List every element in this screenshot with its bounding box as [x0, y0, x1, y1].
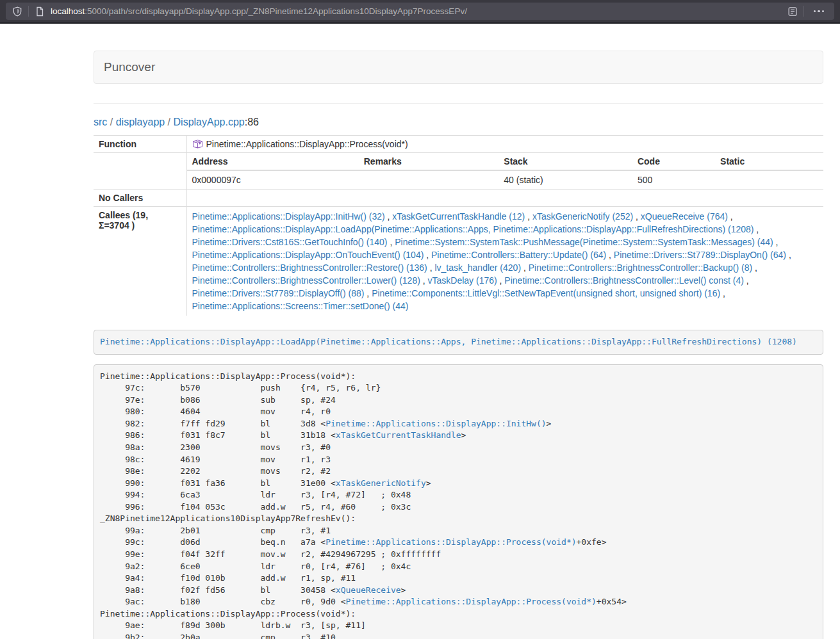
package-cube-icon — [192, 139, 202, 149]
breadcrumb-link[interactable]: src — [94, 117, 107, 127]
callees-list: Pinetime::Applications::DisplayApp::Init… — [186, 207, 823, 316]
col-header-remarks: Remarks — [359, 153, 499, 170]
disassembly-symbol-link[interactable]: Pinetime::Applications::DisplayApp::Proc… — [346, 597, 597, 606]
static-value — [715, 170, 823, 189]
callee-link[interactable]: Pinetime::Drivers::St7789::DisplayOn() (… — [614, 250, 786, 260]
callee-separator: , — [427, 263, 435, 273]
callee-link[interactable]: lv_task_handler (420) — [434, 263, 521, 273]
callee-link[interactable]: xQueueReceive (764) — [641, 211, 728, 222]
callee-link[interactable]: Pinetime::Controllers::BrightnessControl… — [529, 263, 752, 273]
callee-separator: , — [728, 211, 733, 222]
disassembly-symbol-link[interactable]: Pinetime::Applications::DisplayApp::Proc… — [325, 537, 576, 547]
breadcrumb-separator: / — [107, 117, 115, 127]
callee-link[interactable]: Pinetime::Controllers::BrightnessControl… — [504, 275, 743, 286]
address-value: 0x0000097c — [187, 170, 359, 189]
url-path: :5000/path/src/displayapp/DisplayApp.cpp… — [85, 6, 467, 16]
col-header-address: Address — [187, 153, 359, 170]
app-title[interactable]: Puncover — [104, 60, 155, 74]
remarks-value — [359, 170, 499, 189]
callee-link[interactable]: Pinetime::Applications::Screens::Timer::… — [192, 301, 409, 311]
callee-separator: , — [420, 275, 428, 286]
more-icon[interactable] — [810, 10, 828, 13]
col-header-static: Static — [715, 153, 823, 170]
callee-link[interactable]: Pinetime::Controllers::BrightnessControl… — [192, 263, 427, 273]
navbar: Puncover — [94, 51, 823, 84]
callee-link[interactable]: Pinetime::Controllers::BrightnessControl… — [192, 275, 420, 286]
callee-link[interactable]: Pinetime::System::SystemTask::PushMessag… — [395, 237, 773, 247]
url-bar[interactable]: localhost:5000/path/src/displayapp/Displ… — [6, 3, 834, 20]
browser-address-bar: localhost:5000/path/src/displayapp/Displ… — [0, 0, 840, 24]
callee-link[interactable]: xTaskGetCurrentTaskHandle (12) — [392, 211, 525, 222]
callee-separator: , — [385, 211, 393, 222]
details-value-row: 0x0000097c 40 (static) 500 — [187, 170, 824, 189]
callee-separator: , — [786, 250, 791, 260]
callee-separator: , — [773, 237, 778, 247]
function-name: Pinetime::Applications::DisplayApp::Proc… — [206, 139, 408, 149]
callee-separator: , — [521, 263, 529, 273]
disassembly-symbol-link[interactable]: xQueueReceive — [336, 585, 401, 595]
function-row-header: Function — [94, 136, 186, 153]
table-row-callees: Callees (19, Σ=3704 ) Pinetime::Applicat… — [94, 207, 823, 316]
col-header-code: Code — [632, 153, 715, 170]
callee-separator: , — [364, 288, 372, 298]
callee-link[interactable]: Pinetime::Applications::DisplayApp::Init… — [192, 211, 385, 222]
breadcrumb-link[interactable]: displayapp — [116, 117, 165, 127]
symbol-table: Function Pinetime::Applications::Display… — [94, 135, 823, 316]
empty-row-header — [94, 153, 186, 190]
table-row-function: Function Pinetime::Applications::Display… — [94, 136, 823, 153]
snippet-box: Pinetime::Applications::DisplayApp::Load… — [94, 330, 823, 355]
callee-link[interactable]: Pinetime::Applications::DisplayApp::Load… — [192, 224, 754, 234]
callee-separator: , — [388, 237, 395, 247]
callee-separator: , — [720, 288, 725, 298]
callee-separator: , — [754, 224, 759, 234]
disassembly-symbol-link[interactable]: Pinetime::Applications::DisplayApp::Init… — [325, 419, 546, 428]
callee-link[interactable]: xTaskGenericNotify (252) — [532, 211, 633, 222]
snippet-link[interactable]: Pinetime::Applications::DisplayApp::Load… — [100, 337, 797, 346]
callees-header: Callees (19, Σ=3704 ) — [94, 207, 186, 316]
stack-value: 40 (static) — [498, 170, 632, 189]
callee-link[interactable]: vTaskDelay (176) — [428, 275, 497, 286]
breadcrumb-separator: / — [165, 117, 173, 127]
callee-link[interactable]: Pinetime::Drivers::St7789::DisplayOff() … — [192, 288, 365, 298]
shield-icon[interactable] — [12, 6, 22, 17]
callee-link[interactable]: Pinetime::Applications::DisplayApp::OnTo… — [192, 250, 424, 260]
disassembly-symbol-link[interactable]: xTaskGetCurrentTaskHandle — [336, 430, 461, 440]
details-table: Address Remarks Stack Code Static 0x0000… — [187, 153, 824, 189]
callers-cell — [186, 190, 823, 207]
callee-separator: , — [525, 211, 532, 222]
breadcrumb-line-number: :86 — [245, 117, 259, 127]
url-bar-divider — [803, 6, 804, 17]
code-value: 500 — [632, 170, 715, 189]
disassembly-box: Pinetime::Applications::DisplayApp::Proc… — [94, 364, 823, 639]
table-row-callers: No Callers — [94, 190, 823, 207]
disassembly-symbol-link[interactable]: xTaskGenericNotify — [336, 478, 426, 488]
callee-separator: , — [752, 263, 757, 273]
url-host: localhost — [51, 6, 85, 16]
reader-mode-icon[interactable] — [787, 6, 798, 17]
callee-link[interactable]: Pinetime::Components::LittleVgl::SetNewT… — [372, 288, 720, 298]
callee-separator: , — [497, 275, 505, 286]
callee-separator: , — [424, 250, 431, 260]
callee-link[interactable]: Pinetime::Drivers::Cst816S::GetTouchInfo… — [192, 237, 388, 247]
callee-separator: , — [606, 250, 614, 260]
callee-separator: , — [744, 275, 749, 286]
callee-link[interactable]: Pinetime::Controllers::Battery::Update()… — [431, 250, 606, 260]
page-icon[interactable] — [35, 6, 45, 17]
divider — [94, 103, 823, 104]
url-text[interactable]: localhost:5000/path/src/displayapp/Displ… — [51, 6, 787, 16]
col-header-stack: Stack — [498, 153, 632, 170]
url-bar-divider — [28, 6, 29, 17]
page-container: Puncover src / displayapp / DisplayApp.c… — [94, 51, 823, 639]
callee-separator: , — [633, 211, 641, 222]
table-row-details: Address Remarks Stack Code Static 0x0000… — [94, 153, 823, 190]
no-callers-header: No Callers — [94, 190, 186, 207]
details-header-row: Address Remarks Stack Code Static — [187, 153, 824, 170]
breadcrumb-link[interactable]: DisplayApp.cpp — [174, 117, 245, 127]
breadcrumb: src / displayapp / DisplayApp.cpp:86 — [94, 117, 823, 128]
